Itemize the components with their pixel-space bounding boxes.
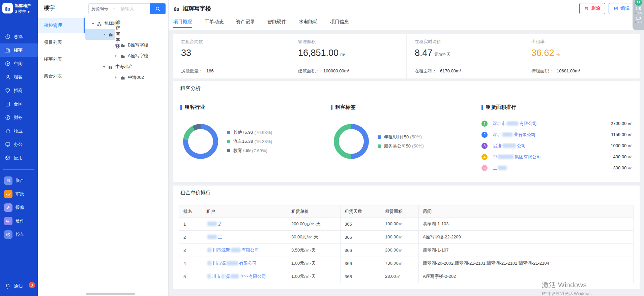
org-icon [97, 21, 102, 26]
brand-logo [2, 3, 13, 13]
tree-caret-collapsed-icon[interactable] [115, 44, 118, 46]
table-row: 5 川市源企业有限公司 1.00元/㎡·天 366 23.00㎡ A座写字楼-2… [179, 270, 634, 283]
rank-badge: 4 [481, 154, 488, 160]
company-link[interactable]: 启迪公司 [493, 143, 611, 149]
tab-asset-records[interactable]: 资产记录 [236, 17, 255, 30]
cell-area: 300.00㎡ [381, 244, 419, 257]
assets-icon [4, 176, 12, 185]
tenant-link[interactable]: 三 [206, 234, 222, 239]
company-link[interactable]: 深圳业有限公司 [493, 132, 611, 138]
sidebar-app-assets[interactable]: 资产 [0, 174, 38, 187]
chevron-down-icon [112, 7, 116, 10]
notifications-button[interactable]: 通知 3 [0, 280, 38, 296]
building-icon [108, 64, 113, 69]
sidebar-item-contracts[interactable]: 合同 [0, 97, 38, 111]
tree-search-input[interactable] [118, 3, 150, 14]
cell-rank: 2 [179, 231, 202, 244]
tree-caret-expanded-icon[interactable] [92, 23, 94, 26]
table-row: 4 川市源有限公司 1.00元/㎡·天 366 730.00㎡ 翡翠湖-20-2… [179, 257, 634, 270]
sidebar-app-label: 资产 [16, 177, 24, 184]
tenant-link[interactable]: 川市源企业有限公司 [206, 274, 266, 279]
legend-item[interactable]: 服务类公司50(50%) [378, 143, 424, 149]
tenant-link[interactable]: 之 [206, 221, 222, 226]
rank-area-value: 400.00 ㎡ [613, 154, 632, 160]
delete-button[interactable]: 删除 [579, 3, 605, 14]
tree-search-bar: 房源编号 [88, 3, 166, 14]
rank-area-value: 1159.00 ㎡ [611, 132, 632, 138]
company-link[interactable]: 深圳市有限公司 [493, 121, 611, 127]
approval-icon [4, 190, 12, 198]
tenant-industry-donut-chart [183, 124, 218, 159]
legend-item[interactable]: 教育7.69(7.69%) [227, 147, 272, 154]
tree-node-tower-a[interactable]: A座写字楼 [85, 51, 168, 61]
org-switcher[interactable]: 旭辉地产 3 楼宇 [0, 0, 38, 18]
legend-item[interactable]: 年租6月付50(50%) [378, 134, 424, 140]
legend-item[interactable]: 汽车15.38(15.38%) [227, 138, 272, 144]
tree-caret-collapsed-icon[interactable] [115, 55, 118, 57]
tab-smart-hardware[interactable]: 智能硬件 [267, 17, 286, 30]
col-rooms: 房间 [419, 205, 634, 218]
sidebar-app-parking[interactable]: 停车 [0, 228, 38, 241]
sidebar-item-tenants[interactable]: 租客 [0, 70, 38, 84]
cell-rank: 5 [179, 270, 202, 283]
tree-caret-expanded-icon[interactable] [103, 34, 106, 37]
sidebar-menu: 总览 楼宇 空间 租客 招商 合同 财务 物业 [0, 30, 38, 165]
company-link[interactable]: 三 [493, 165, 613, 171]
cell-area: 23.00㎡ [381, 270, 419, 283]
cell-price: 3.50元/㎡·天 [287, 244, 341, 257]
download-arrow-icon [635, 22, 637, 24]
tree-caret-collapsed-icon[interactable] [115, 76, 118, 79]
stat-occupancy-rate: 出租率 36.62% [523, 34, 640, 63]
table-row: 3 川市源聚有限公司 3.50元/㎡·天 366 300.00㎡ 翡翠湖-1-1… [179, 244, 634, 257]
tab-project-info[interactable]: 项目信息 [330, 17, 349, 30]
company-link[interactable]: 中集团有限公司 [493, 154, 613, 160]
search-button[interactable] [150, 3, 166, 14]
tree-node-tower-b[interactable]: B座写字楼 [85, 40, 168, 51]
sidebar-item-apps[interactable]: 应用 [0, 151, 38, 165]
legend-item[interactable]: 其他76.93(76.93%) [227, 129, 272, 135]
tree-node-xuhui-office[interactable]: 旭辉写字楼 [85, 29, 115, 40]
submenu-item-project-list[interactable]: 项目列表 [38, 35, 85, 50]
tree-node-root-org[interactable]: 旭辉地产 [85, 18, 168, 29]
stat-value: 8.47 [415, 48, 433, 58]
submenu-item-rent-control[interactable]: 租控管理 [38, 18, 85, 33]
sidebar-item-buildings[interactable]: 楼宇 [0, 43, 38, 57]
edit-button[interactable]: 编辑 [609, 3, 635, 14]
search-type-select[interactable]: 房源编号 [88, 3, 118, 14]
tree-node-zhonghai[interactable]: 中海地产 [85, 61, 168, 72]
submenu-item-building-list[interactable]: 楼宇列表 [38, 52, 85, 67]
sidebar-item-leasing[interactable]: 招商 [0, 84, 38, 97]
sidebar-item-office[interactable]: 办公 [0, 138, 38, 151]
tab-work-orders[interactable]: 工单动态 [205, 17, 224, 30]
sidebar-item-label: 空间 [14, 61, 23, 67]
rank-area-value: 2700.00 ㎡ [611, 121, 632, 127]
notifications-label: 通知 [14, 283, 23, 289]
sidebar-item-label: 租客 [14, 74, 23, 80]
rent-price-ranking-title: 租金单价排行 [173, 186, 640, 200]
cell-price: 200.00元/㎡·天 [287, 218, 341, 231]
sidebar-item-label: 应用 [14, 155, 23, 161]
net-speed-widget[interactable]: 1.5 K/s 1.3 K/s [633, 0, 644, 30]
sidebar-item-finance[interactable]: 财务 [0, 111, 38, 124]
sidebar-item-space[interactable]: 空间 [0, 57, 38, 70]
tab-utilities[interactable]: 水电能耗 [299, 17, 318, 30]
scrollbar-thumb[interactable] [86, 293, 135, 295]
submenu-item-collection-list[interactable]: 集合列表 [38, 69, 85, 84]
tenant-link[interactable]: 川市源有限公司 [206, 261, 257, 266]
project-header: 旭辉写字楼 删除 编辑 项目概况 工单动态 资产记录 智能硬件 水电能耗 项目信… [169, 0, 644, 30]
sidebar-app-hardware[interactable]: 硬件 [0, 214, 38, 228]
tree-node-zhonghai-002[interactable]: 中海002 [85, 72, 168, 83]
cell-rank: 3 [179, 244, 202, 257]
stat-vacant-area: 待租面积：10681.00m² [523, 63, 640, 78]
search-type-value: 房源编号 [91, 6, 108, 12]
tree-caret-expanded-icon[interactable] [103, 66, 106, 69]
sidebar-item-overview[interactable]: 总览 [0, 30, 38, 43]
sidebar-app-repair[interactable]: 报修 [0, 201, 38, 214]
project-overview-body: 在租合同数 33 管理面积 16,851.00m² 在租实时均价 8.47元/m… [169, 30, 644, 296]
cell-rank: 1 [179, 218, 202, 231]
sidebar-app-approval[interactable]: 审批 [0, 187, 38, 201]
cell-price: 1.00元/㎡·天 [287, 257, 341, 270]
tenant-link[interactable]: 川市源聚有限公司 [206, 248, 259, 253]
sidebar-item-property[interactable]: 物业 [0, 124, 38, 138]
tab-project-overview[interactable]: 项目概况 [173, 17, 192, 30]
